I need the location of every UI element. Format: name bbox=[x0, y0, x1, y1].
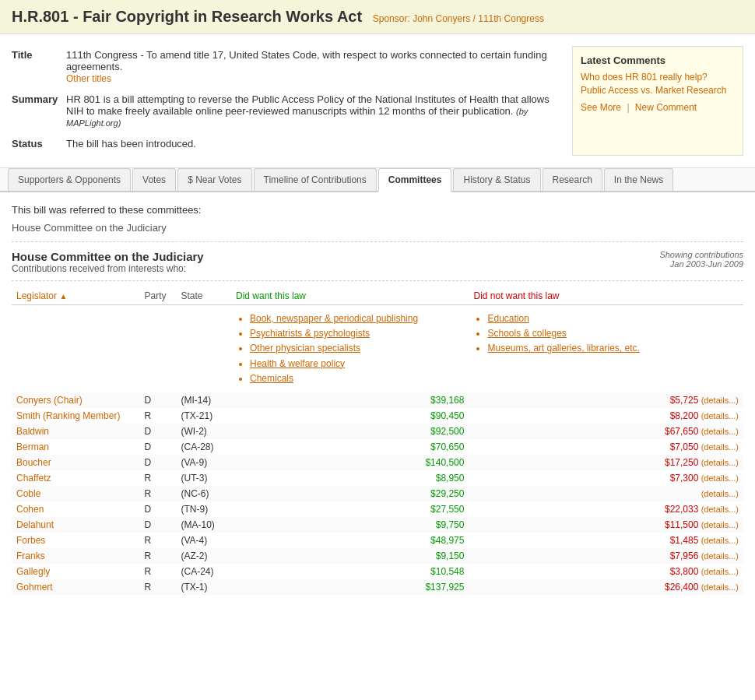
legislator-state-cell: (VA-9) bbox=[177, 455, 231, 470]
legislator-link[interactable]: Boucher bbox=[16, 457, 51, 468]
legislator-link[interactable]: Gallegly bbox=[16, 566, 50, 577]
legislator-link[interactable]: Forbes bbox=[16, 535, 45, 546]
interest-row: Book, newspaper & periodical publishingP… bbox=[12, 305, 743, 392]
did-interest-item[interactable]: Book, newspaper & periodical publishing bbox=[250, 311, 464, 326]
legislator-link[interactable]: Smith (Ranking Member) bbox=[16, 410, 120, 421]
legislator-name-cell: Baldwin bbox=[12, 424, 139, 439]
legislator-link[interactable]: Coble bbox=[16, 488, 40, 499]
table-row: CohenD(TN-9)$27,550$22,033 (details...) bbox=[12, 501, 743, 517]
didnot-amount: $22,033 bbox=[665, 504, 701, 515]
legislator-didnot-cell: (details...) bbox=[469, 486, 743, 501]
table-row: FranksR(AZ-2)$9,150$7,956 (details...) bbox=[12, 548, 743, 564]
legislator-link[interactable]: Cohen bbox=[16, 504, 44, 515]
table-row: ForbesR(VA-4)$48,975$1,485 (details...) bbox=[12, 533, 743, 548]
did-interest-item[interactable]: Other physician specialists bbox=[250, 341, 464, 356]
tab---near-votes[interactable]: $ Near Votes bbox=[177, 168, 251, 191]
tab-votes[interactable]: Votes bbox=[132, 168, 176, 191]
showing-contributions: Showing contributions Jan 2003-Jun 2009 bbox=[659, 250, 743, 269]
details-link[interactable]: (details...) bbox=[701, 458, 739, 467]
legislator-party-cell: R bbox=[139, 408, 176, 424]
summary-content: HR 801 is a bill attempting to reverse t… bbox=[66, 90, 560, 135]
tab-in-the-news[interactable]: In the News bbox=[604, 168, 673, 191]
referred-text: This bill was referred to these committe… bbox=[12, 204, 743, 216]
did-interest-item[interactable]: Health & welfare policy bbox=[250, 357, 464, 371]
legislator-name-cell: Cohen bbox=[12, 501, 139, 517]
legislator-did-cell: $90,450 bbox=[231, 408, 469, 424]
comment-actions: See More | New Comment bbox=[581, 102, 735, 113]
legislator-didnot-cell: $22,033 (details...) bbox=[469, 501, 743, 517]
sponsor-link[interactable]: John Conyers bbox=[413, 13, 470, 24]
legislator-party-cell: R bbox=[139, 486, 176, 501]
legislator-link[interactable]: Franks bbox=[16, 551, 45, 561]
legislator-did-cell: $29,250 bbox=[231, 486, 469, 501]
legislator-party-cell: D bbox=[139, 424, 176, 439]
legislator-party-cell: D bbox=[139, 455, 176, 470]
new-comment-link[interactable]: New Comment bbox=[635, 102, 697, 113]
legislator-state-cell: (MI-14) bbox=[177, 392, 231, 408]
details-link[interactable]: (details...) bbox=[701, 427, 739, 436]
legislator-didnot-cell: $26,400 (details...) bbox=[469, 579, 743, 595]
didnot-interest-item[interactable]: Museums, art galleries, libraries, etc. bbox=[487, 341, 739, 356]
committee-header: House Committee on the Judiciary Contrib… bbox=[12, 250, 743, 281]
legislator-party-cell: R bbox=[139, 564, 176, 579]
details-link[interactable]: (details...) bbox=[701, 411, 739, 420]
tab-timeline-of-contributions[interactable]: Timeline of Contributions bbox=[254, 168, 377, 191]
didnot-interest-item[interactable]: Schools & colleges bbox=[487, 326, 739, 341]
legislator-didnot-cell: $67,650 (details...) bbox=[469, 424, 743, 439]
col-header-legislator[interactable]: Legislator ▲ bbox=[12, 287, 139, 305]
tab-history---status[interactable]: History & Status bbox=[453, 168, 540, 191]
details-link[interactable]: (details...) bbox=[701, 582, 739, 592]
see-more-link[interactable]: See More bbox=[581, 102, 621, 113]
comment-link[interactable]: Who does HR 801 really help? Public Acce… bbox=[581, 71, 735, 97]
details-link[interactable]: (details...) bbox=[701, 505, 739, 514]
did-interests-cell: Book, newspaper & periodical publishingP… bbox=[231, 305, 469, 392]
details-link[interactable]: (details...) bbox=[701, 396, 739, 405]
committee-title: House Committee on the Judiciary Contrib… bbox=[12, 250, 204, 274]
legislator-party-cell: R bbox=[139, 533, 176, 548]
legislator-name-cell: Forbes bbox=[12, 533, 139, 548]
other-titles-link[interactable]: Other titles bbox=[66, 73, 111, 84]
tab-committees[interactable]: Committees bbox=[378, 168, 452, 192]
legislator-link[interactable]: Baldwin bbox=[16, 426, 49, 437]
legislator-state-cell: (TN-9) bbox=[177, 501, 231, 517]
info-section: Title 111th Congress - To amend title 17… bbox=[0, 34, 755, 168]
didnot-interest-item[interactable]: Education bbox=[487, 311, 739, 326]
referred-committee: House Committee on the Judiciary bbox=[12, 222, 743, 242]
did-interest-item[interactable]: Chemicals bbox=[250, 371, 464, 386]
legislator-didnot-cell: $7,956 (details...) bbox=[469, 548, 743, 564]
legislator-link[interactable]: Delahunt bbox=[16, 519, 54, 530]
page-header: H.R.801 - Fair Copyright in Research Wor… bbox=[0, 0, 755, 34]
title-content: 111th Congress - To amend title 17, Unit… bbox=[66, 46, 560, 90]
tab-supporters---opponents[interactable]: Supporters & Opponents bbox=[8, 168, 131, 191]
table-row: BermanD(CA-28)$70,650$7,050 (details...) bbox=[12, 439, 743, 455]
legislator-link[interactable]: Gohmert bbox=[16, 582, 53, 593]
legislator-did-cell: $39,168 bbox=[231, 392, 469, 408]
details-link[interactable]: (details...) bbox=[701, 567, 739, 576]
details-link[interactable]: (details...) bbox=[701, 489, 739, 498]
legislator-state-cell: (CA-24) bbox=[177, 564, 231, 579]
legislator-link[interactable]: Chaffetz bbox=[16, 473, 51, 484]
didnot-amount: $7,956 bbox=[670, 551, 701, 561]
details-link[interactable]: (details...) bbox=[701, 520, 739, 529]
legislator-state-cell: (UT-3) bbox=[177, 470, 231, 486]
legislator-name-cell: Coble bbox=[12, 486, 139, 501]
didnot-amount: $17,250 bbox=[665, 457, 701, 468]
didnot-amount: $5,725 bbox=[670, 395, 701, 406]
details-link[interactable]: (details...) bbox=[701, 473, 739, 483]
didnot-amount: $7,050 bbox=[670, 441, 701, 452]
table-row: GohmertR(TX-1)$137,925$26,400 (details..… bbox=[12, 579, 743, 595]
legislator-did-cell: $48,975 bbox=[231, 533, 469, 548]
table-row: DelahuntD(MA-10)$9,750$11,500 (details..… bbox=[12, 517, 743, 533]
didnot-amount: $1,485 bbox=[670, 535, 701, 546]
legislator-link[interactable]: Berman bbox=[16, 441, 49, 452]
legislator-didnot-cell: $3,800 (details...) bbox=[469, 564, 743, 579]
main-content: This bill was referred to these committe… bbox=[0, 192, 755, 607]
details-link[interactable]: (details...) bbox=[701, 442, 739, 452]
did-interest-item[interactable]: Psychiatrists & psychologists bbox=[250, 326, 464, 341]
status-label: Status bbox=[12, 135, 66, 156]
details-link[interactable]: (details...) bbox=[701, 551, 739, 561]
tab-research[interactable]: Research bbox=[543, 168, 602, 191]
did-interests-list: Book, newspaper & periodical publishingP… bbox=[236, 311, 464, 386]
details-link[interactable]: (details...) bbox=[701, 536, 739, 545]
legislator-link[interactable]: Conyers (Chair) bbox=[16, 395, 83, 406]
